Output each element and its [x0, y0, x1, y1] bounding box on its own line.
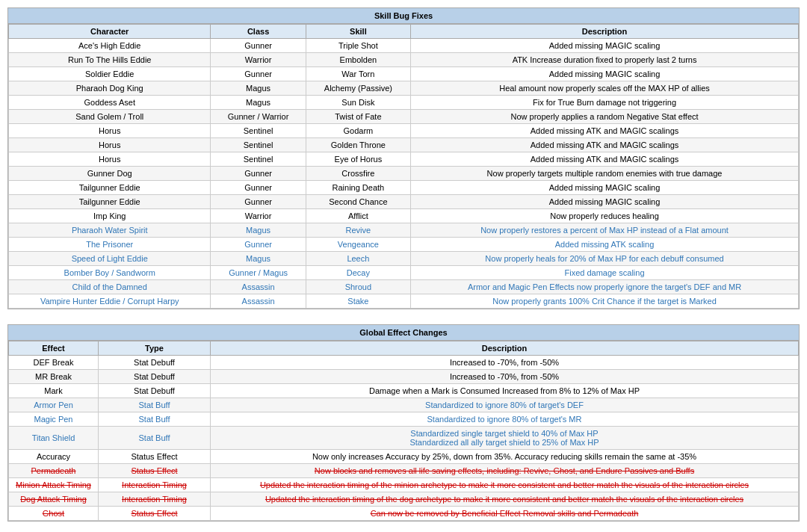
skill-cell: Eye of Horus: [306, 152, 410, 167]
type-cell: Status Effect: [99, 507, 211, 521]
table-row: GhostStatus EffectCan now be removed by …: [9, 507, 799, 521]
effect-cell: Armor Pen: [9, 398, 99, 412]
skill-cell: Crossfire: [306, 167, 410, 181]
table-row: The PrisonerGunnerVengeanceAdded missing…: [9, 238, 799, 252]
skill-cell: Alchemy (Passive): [306, 81, 410, 96]
skill-cell: Afflict: [306, 209, 410, 223]
table-row: Pharaoh Dog KingMagusAlchemy (Passive)He…: [9, 81, 799, 96]
desc-cell: ATK Increase duration fixed to properly …: [411, 53, 799, 67]
desc-cell: Added missing MAGIC scaling: [411, 181, 799, 195]
global-col-effect: Effect: [9, 341, 99, 356]
char-cell: Pharaoh Water Spirit: [9, 223, 211, 238]
class-cell: Assassin: [211, 294, 306, 309]
desc-cell: Updated the interaction timing of the do…: [211, 492, 799, 507]
class-cell: Magus: [211, 96, 306, 110]
table-row: Ace's High EddieGunnerTriple ShotAdded m…: [9, 39, 799, 53]
effect-cell: Ghost: [9, 507, 99, 521]
type-cell: Stat Buff: [99, 427, 211, 450]
table-row: Tailgunner EddieGunnerRaining DeathAdded…: [9, 181, 799, 195]
skill-bug-fixes-section: Skill Bug Fixes Character Class Skill De…: [7, 7, 800, 309]
desc-cell: Armor and Magic Pen Effects now properly…: [411, 280, 799, 294]
table-row: Bomber Boy / SandwormGunner / MagusDecay…: [9, 266, 799, 280]
desc-cell: Increased to -70%, from -50%: [211, 370, 799, 384]
desc-cell: Added missing ATK and MAGIC scalings: [411, 124, 799, 138]
desc-cell: Added missing ATK and MAGIC scalings: [411, 138, 799, 152]
char-cell: Tailgunner Eddie: [9, 181, 211, 195]
skill-cell: Triple Shot: [306, 39, 410, 53]
table-row: PermadeathStatus EffectNow blocks and re…: [9, 464, 799, 478]
desc-cell: Updated the interaction timing of the mi…: [211, 478, 799, 492]
class-cell: Warrior: [211, 53, 306, 67]
type-cell: Stat Buff: [99, 398, 211, 412]
skill-col-skill: Skill: [306, 25, 410, 39]
table-row: MR BreakStat DebuffIncreased to -70%, fr…: [9, 370, 799, 384]
char-cell: Horus: [9, 138, 211, 152]
skill-cell: Vengeance: [306, 238, 410, 252]
desc-cell: Heal amount now properly scales off the …: [411, 81, 799, 96]
type-cell: Status Effect: [99, 450, 211, 464]
desc-cell: Added missing MAGIC scaling: [411, 67, 799, 81]
type-cell: Interaction Timing: [99, 478, 211, 492]
char-cell: Goddess Aset: [9, 96, 211, 110]
table-row: Titan ShieldStat BuffStandardized single…: [9, 427, 799, 450]
skill-cell: Decay: [306, 266, 410, 280]
char-cell: Ace's High Eddie: [9, 39, 211, 53]
char-cell: Speed of Light Eddie: [9, 252, 211, 266]
skill-col-desc: Description: [411, 25, 799, 39]
desc-cell: Now properly applies a random Negative S…: [411, 110, 799, 124]
table-row: Goddess AsetMagusSun DiskFix for True Bu…: [9, 96, 799, 110]
table-row: AccuracyStatus EffectNow only increases …: [9, 450, 799, 464]
class-cell: Magus: [211, 223, 306, 238]
char-cell: Vampire Hunter Eddie / Corrupt Harpy: [9, 294, 211, 309]
char-cell: The Prisoner: [9, 238, 211, 252]
class-cell: Magus: [211, 81, 306, 96]
skill-col-char: Character: [9, 25, 211, 39]
skill-cell: War Torn: [306, 67, 410, 81]
global-table-body: DEF BreakStat DebuffIncreased to -70%, f…: [9, 356, 799, 521]
char-cell: Bomber Boy / Sandworm: [9, 266, 211, 280]
global-table-header-row: Effect Type Description: [9, 341, 799, 356]
desc-cell: Now properly heals for 20% of Max HP for…: [411, 252, 799, 266]
table-row: DEF BreakStat DebuffIncreased to -70%, f…: [9, 356, 799, 370]
skill-cell: Twist of Fate: [306, 110, 410, 124]
table-row: Imp KingWarriorAfflictNow properly reduc…: [9, 209, 799, 223]
char-cell: Horus: [9, 124, 211, 138]
global-effect-table: Effect Type Description DEF BreakStat De…: [8, 341, 799, 521]
global-col-type: Type: [99, 341, 211, 356]
table-row: Dog Attack TimingInteraction TimingUpdat…: [9, 492, 799, 507]
skill-table-body: Ace's High EddieGunnerTriple ShotAdded m…: [9, 39, 799, 309]
desc-cell: Fix for True Burn damage not triggering: [411, 96, 799, 110]
table-row: Armor PenStat BuffStandardized to ignore…: [9, 398, 799, 412]
class-cell: Magus: [211, 252, 306, 266]
type-cell: Status Effect: [99, 464, 211, 478]
desc-cell: Now properly targets multiple random ene…: [411, 167, 799, 181]
effect-cell: Minion Attack Timing: [9, 478, 99, 492]
type-cell: Stat Debuff: [99, 384, 211, 398]
char-cell: Imp King: [9, 209, 211, 223]
class-cell: Gunner / Magus: [211, 266, 306, 280]
skill-cell: Raining Death: [306, 181, 410, 195]
table-row: Soldier EddieGunnerWar TornAdded missing…: [9, 67, 799, 81]
char-cell: Pharaoh Dog King: [9, 81, 211, 96]
desc-cell: Now properly reduces healing: [411, 209, 799, 223]
char-cell: Gunner Dog: [9, 167, 211, 181]
desc-cell: Can now be removed by Beneficial Effect …: [211, 507, 799, 521]
class-cell: Gunner: [211, 195, 306, 209]
class-cell: Gunner: [211, 181, 306, 195]
desc-cell: Now properly restores a percent of Max H…: [411, 223, 799, 238]
table-row: Speed of Light EddieMagusLeechNow proper…: [9, 252, 799, 266]
skill-cell: Embolden: [306, 53, 410, 67]
desc-cell: Damage when a Mark is Consumed Increased…: [211, 384, 799, 398]
table-row: HorusSentinelGolden ThroneAdded missing …: [9, 138, 799, 152]
class-cell: Assassin: [211, 280, 306, 294]
effect-cell: Titan Shield: [9, 427, 99, 450]
effect-cell: Permadeath: [9, 464, 99, 478]
class-cell: Gunner / Warrior: [211, 110, 306, 124]
type-cell: Stat Debuff: [99, 370, 211, 384]
skill-cell: Sun Disk: [306, 96, 410, 110]
table-row: MarkStat DebuffDamage when a Mark is Con…: [9, 384, 799, 398]
desc-cell: Now only increases Accuracy by 25%, down…: [211, 450, 799, 464]
table-row: Vampire Hunter Eddie / Corrupt HarpyAssa…: [9, 294, 799, 309]
desc-cell: Standardized single target shield to 40%…: [211, 427, 799, 450]
effect-cell: MR Break: [9, 370, 99, 384]
